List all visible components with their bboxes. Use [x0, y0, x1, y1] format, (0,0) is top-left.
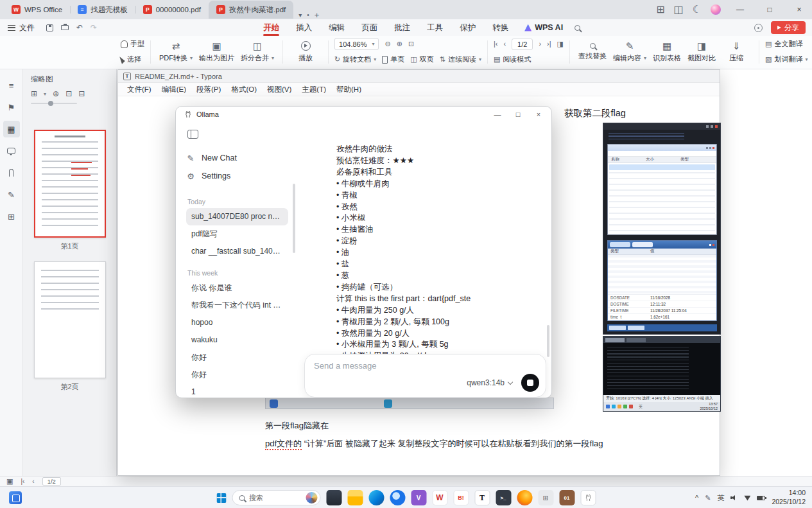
minimize-button[interactable]: —: [730, 0, 750, 19]
ribbon-tab-3[interactable]: 编辑: [320, 19, 353, 36]
ribbon-tab-1[interactable]: 开始: [255, 19, 288, 36]
visual-studio-icon[interactable]: V: [411, 490, 426, 505]
start-button[interactable]: [216, 493, 226, 503]
typora-icon[interactable]: T: [474, 490, 490, 505]
volume-icon[interactable]: [730, 495, 738, 501]
ribbon-tab-6[interactable]: 工具: [419, 19, 451, 36]
close-button[interactable]: ×: [528, 107, 549, 122]
windows-ink-icon[interactable]: ✎: [705, 495, 711, 502]
multiwindow-icon[interactable]: ⊞: [656, 4, 664, 15]
taskbar-search-input[interactable]: 搜索: [232, 490, 320, 505]
single-page-button[interactable]: 单页: [382, 55, 404, 64]
select-tool-button[interactable]: 选择: [121, 53, 144, 66]
page-layout-icon[interactable]: ▣: [6, 478, 13, 485]
table-ocr-button[interactable]: ▦ 识别表格: [650, 38, 684, 66]
read-mode-button[interactable]: ▤阅读模式: [494, 55, 531, 64]
grid-view-icon[interactable]: ⊞: [31, 90, 37, 98]
comment-icon[interactable]: [3, 143, 20, 159]
calculator-icon[interactable]: ⊞: [538, 490, 553, 505]
play-button[interactable]: 播放: [289, 38, 322, 66]
ribbon-search-icon[interactable]: [574, 25, 580, 31]
first-page-icon[interactable]: |‹: [494, 40, 498, 48]
file-menu[interactable]: 文件: [0, 22, 41, 33]
typora-menu-item[interactable]: 主题(T): [297, 85, 331, 94]
typora-menu-item[interactable]: 文件(F): [122, 85, 157, 94]
split-view-icon[interactable]: ◨: [557, 40, 564, 48]
ime-indicator[interactable]: 英: [717, 493, 724, 503]
share-button[interactable]: 分享: [771, 21, 806, 34]
window-layout-icon[interactable]: ◫: [674, 4, 684, 15]
wps-writer-icon[interactable]: W: [432, 490, 447, 505]
close-button[interactable]: ×: [789, 0, 809, 19]
ribbon-tab-2[interactable]: 插入: [288, 19, 320, 36]
first-page-icon[interactable]: |‹: [21, 478, 24, 485]
fit-page-icon[interactable]: ⊡: [408, 40, 414, 48]
minimize-button[interactable]: —: [487, 107, 508, 122]
chat-history-item[interactable]: wakuku: [186, 331, 288, 349]
ribbon-tab-5[interactable]: 批注: [386, 19, 419, 36]
stop-button[interactable]: [521, 374, 539, 392]
browser-icon[interactable]: [390, 490, 405, 505]
chat-history-item[interactable]: pdf隐写: [186, 225, 288, 243]
pdf-convert-button[interactable]: ⇄ PDF转换▾: [157, 38, 195, 66]
tab-wps-ai[interactable]: WPS AI: [517, 23, 571, 32]
export-image-button[interactable]: ▣ 输出为图片: [196, 38, 237, 66]
outline-icon[interactable]: ≡: [3, 77, 20, 94]
typora-menu-item[interactable]: 格式(O): [226, 85, 262, 94]
explorer-icon[interactable]: [347, 490, 363, 505]
chat-history-item[interactable]: 1: [186, 383, 288, 398]
edge-icon[interactable]: [368, 490, 384, 505]
chat-history-item[interactable]: hopoo: [186, 314, 288, 331]
save-icon[interactable]: [46, 24, 53, 31]
zoom-in-icon[interactable]: ⊕: [397, 40, 402, 48]
battery-icon[interactable]: [757, 496, 765, 500]
monitor-icon[interactable]: [326, 490, 341, 505]
model-selector[interactable]: qwen3:14b: [467, 378, 512, 387]
wps-file-tab[interactable]: WWPS Office: [4, 1, 70, 18]
compress-button[interactable]: ⇓ 压缩: [720, 38, 753, 66]
ollama-icon[interactable]: [580, 490, 596, 505]
typora-titlebar[interactable]: T README_ZH.md+ - Typora: [118, 70, 720, 83]
typora-menu-item[interactable]: 帮助(H): [331, 85, 367, 94]
hex-editor-icon[interactable]: 01: [559, 490, 574, 505]
pinned-blue-icon[interactable]: [9, 491, 22, 504]
thumbnail-size-slider[interactable]: [31, 103, 77, 104]
typora-menu-item[interactable]: 视图(V): [262, 85, 297, 94]
ribbon-tab-4[interactable]: 页面: [353, 19, 386, 36]
settings-button[interactable]: ⚙ Settings: [186, 170, 288, 182]
zoom-select[interactable]: 104.86% ▾: [334, 38, 379, 50]
continuous-read-button[interactable]: ⇅连续阅读▾: [440, 55, 481, 64]
tray-expand-icon[interactable]: ^: [695, 494, 698, 502]
page-thumbnail-1[interactable]: [34, 130, 106, 238]
chat-history-item[interactable]: 帮我看一下这个代码 int __cde...: [186, 297, 288, 314]
customer-service-icon[interactable]: [754, 24, 763, 32]
add-page-icon[interactable]: ⊕: [53, 90, 59, 98]
edit-content-button[interactable]: ✎ 编辑内容▾: [610, 38, 649, 66]
terminal-icon[interactable]: >_: [496, 490, 511, 505]
zoom-out-icon[interactable]: ⊖: [384, 40, 390, 48]
wps-file-tab[interactable]: P00000000.pdf: [135, 1, 209, 18]
attachment-icon[interactable]: [3, 164, 20, 181]
sidebar-scrollbar[interactable]: [293, 184, 295, 253]
ollama-titlebar[interactable]: Ollama — □ ×: [176, 107, 551, 122]
prev-page-icon[interactable]: ‹: [32, 478, 34, 485]
delete-page-icon[interactable]: ⊟: [78, 90, 85, 98]
search-highlight-icon[interactable]: [306, 492, 317, 504]
network-icon[interactable]: [744, 495, 750, 501]
next-page-icon[interactable]: ›: [539, 40, 541, 48]
chat-history-item[interactable]: 你说 你是谁: [186, 279, 288, 297]
wps-file-tab[interactable]: P孜然牛肉菜谱.pdf: [209, 1, 293, 19]
firefox-icon[interactable]: [517, 490, 532, 505]
ribbon-tab-8[interactable]: 转换: [484, 19, 517, 36]
ribbon-tab-7[interactable]: 保护: [451, 19, 484, 36]
chat-history-item[interactable]: sub_14007DE80 proc near ; ...: [186, 208, 288, 225]
find-replace-button[interactable]: 查找替换: [576, 38, 609, 66]
extract-page-icon[interactable]: ⊡: [65, 90, 72, 98]
rotate-button[interactable]: ↻旋转文档▾: [334, 55, 376, 64]
theme-icon[interactable]: ☾: [693, 4, 702, 15]
new-chat-button[interactable]: ✎ New Chat: [186, 152, 288, 164]
tab-list-icon[interactable]: ▾: [298, 12, 302, 19]
chat-scrollbar[interactable]: [547, 325, 549, 357]
print-icon[interactable]: [61, 25, 69, 30]
maximize-button[interactable]: □: [508, 107, 528, 122]
